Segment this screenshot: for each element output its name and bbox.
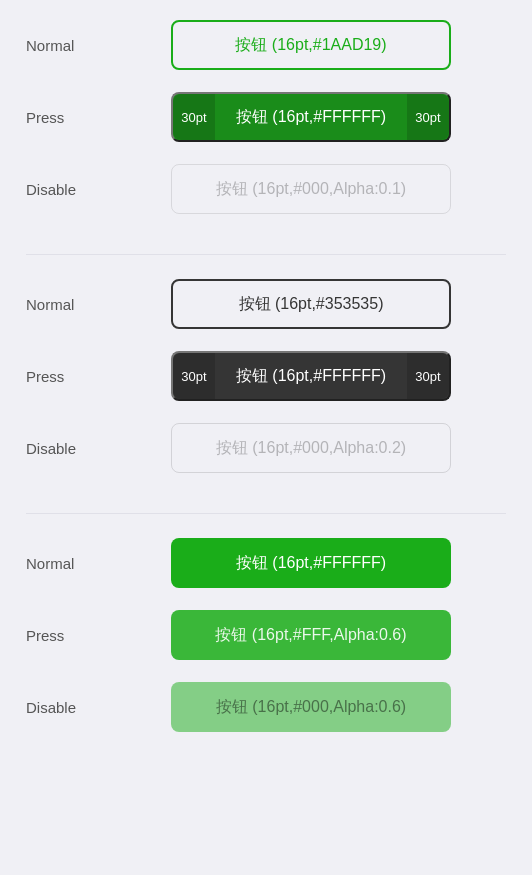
btn-wrap-disable-1: 按钮 (16pt,#000,Alpha:0.1) <box>116 164 506 214</box>
inset-left-1: 30pt <box>173 94 215 140</box>
btn-disable-light: 按钮 (16pt,#000,Alpha:0.1) <box>171 164 451 214</box>
section-3: Normal 按钮 (16pt,#FFFFFF) Press 按钮 (16pt,… <box>26 538 506 754</box>
section-1: Normal 按钮 (16pt,#1AAD19) Press 30pt 按钮 (… <box>26 20 506 236</box>
btn-normal-green[interactable]: 按钮 (16pt,#1AAD19) <box>171 20 451 70</box>
row-normal-1: Normal 按钮 (16pt,#1AAD19) <box>26 20 506 70</box>
label-press-2: Press <box>26 368 116 385</box>
inset-right-1: 30pt <box>407 94 449 140</box>
row-normal-2: Normal 按钮 (16pt,#353535) <box>26 279 506 329</box>
btn-normal-dark[interactable]: 按钮 (16pt,#353535) <box>171 279 451 329</box>
btn-wrap-normal-2: 按钮 (16pt,#353535) <box>116 279 506 329</box>
inset-right-2: 30pt <box>407 353 449 399</box>
row-press-3: Press 按钮 (16pt,#FFF,Alpha:0.6) <box>26 610 506 660</box>
btn-wrap-press-3: 按钮 (16pt,#FFF,Alpha:0.6) <box>116 610 506 660</box>
label-disable-3: Disable <box>26 699 116 716</box>
section-2: Normal 按钮 (16pt,#353535) Press 30pt 按钮 (… <box>26 279 506 495</box>
btn-wrap-press-1: 30pt 按钮 (16pt,#FFFFFF) 30pt <box>116 92 506 142</box>
row-disable-2: Disable 按钮 (16pt,#000,Alpha:0.2) <box>26 423 506 473</box>
row-press-1: Press 30pt 按钮 (16pt,#FFFFFF) 30pt <box>26 92 506 142</box>
row-normal-3: Normal 按钮 (16pt,#FFFFFF) <box>26 538 506 588</box>
divider-2 <box>26 513 506 514</box>
divider-1 <box>26 254 506 255</box>
row-press-2: Press 30pt 按钮 (16pt,#FFFFFF) 30pt <box>26 351 506 401</box>
label-disable-1: Disable <box>26 181 116 198</box>
label-disable-2: Disable <box>26 440 116 457</box>
btn-press-green[interactable]: 30pt 按钮 (16pt,#FFFFFF) 30pt <box>171 92 451 142</box>
btn-press-dark-text: 按钮 (16pt,#FFFFFF) <box>236 366 386 387</box>
label-normal-3: Normal <box>26 555 116 572</box>
btn-solid-green[interactable]: 按钮 (16pt,#FFFFFF) <box>171 538 451 588</box>
btn-wrap-press-2: 30pt 按钮 (16pt,#FFFFFF) 30pt <box>116 351 506 401</box>
btn-disable-gray: 按钮 (16pt,#000,Alpha:0.2) <box>171 423 451 473</box>
btn-disable-solid-green: 按钮 (16pt,#000,Alpha:0.6) <box>171 682 451 732</box>
row-disable-1: Disable 按钮 (16pt,#000,Alpha:0.1) <box>26 164 506 214</box>
btn-press-solid-green[interactable]: 按钮 (16pt,#FFF,Alpha:0.6) <box>171 610 451 660</box>
inset-left-2: 30pt <box>173 353 215 399</box>
btn-press-green-text: 按钮 (16pt,#FFFFFF) <box>236 107 386 128</box>
label-press-1: Press <box>26 109 116 126</box>
btn-wrap-normal-3: 按钮 (16pt,#FFFFFF) <box>116 538 506 588</box>
row-disable-3: Disable 按钮 (16pt,#000,Alpha:0.6) <box>26 682 506 732</box>
btn-wrap-disable-3: 按钮 (16pt,#000,Alpha:0.6) <box>116 682 506 732</box>
label-press-3: Press <box>26 627 116 644</box>
btn-wrap-normal-1: 按钮 (16pt,#1AAD19) <box>116 20 506 70</box>
label-normal-2: Normal <box>26 296 116 313</box>
label-normal-1: Normal <box>26 37 116 54</box>
btn-press-dark[interactable]: 30pt 按钮 (16pt,#FFFFFF) 30pt <box>171 351 451 401</box>
btn-wrap-disable-2: 按钮 (16pt,#000,Alpha:0.2) <box>116 423 506 473</box>
